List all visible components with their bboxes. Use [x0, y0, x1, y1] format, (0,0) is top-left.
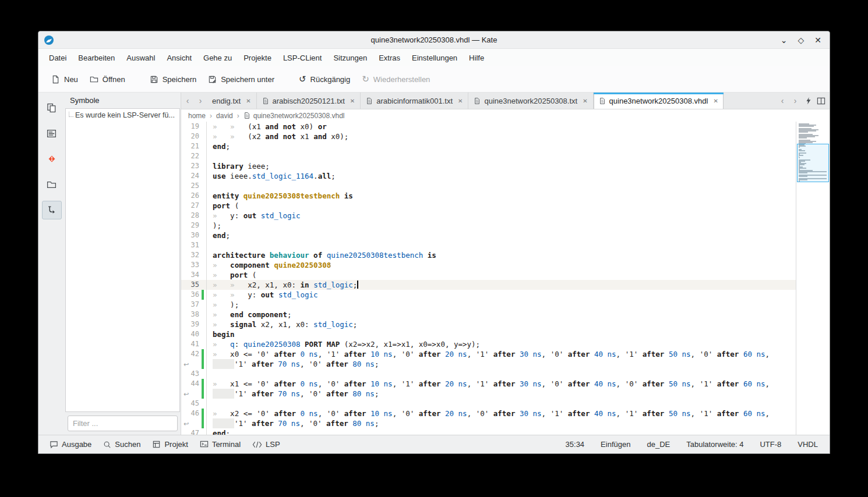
toolview-git-button[interactable]	[42, 150, 62, 168]
code-line-29[interactable]: 29);	[181, 221, 796, 230]
gutter[interactable]: 43	[181, 369, 207, 379]
tab-close-icon[interactable]: ✕	[458, 98, 463, 104]
quick-open-icon[interactable]	[802, 93, 814, 109]
menu-projekte[interactable]: Projekte	[238, 51, 277, 65]
tab-close-icon[interactable]: ✕	[583, 98, 587, 104]
gutter[interactable]: 24	[181, 171, 207, 181]
statusbar-encoding[interactable]: UTF-8	[760, 440, 781, 449]
toolview-documents-button[interactable]	[42, 98, 62, 117]
close-icon[interactable]: ✕	[814, 36, 821, 44]
gutter[interactable]: 42	[181, 349, 207, 359]
code-line-44[interactable]: 44» x1 <= '0' after 0 ns, '0' after 10 n…	[181, 379, 796, 389]
gutter[interactable]: 30	[181, 230, 207, 240]
filter-input[interactable]	[68, 416, 178, 431]
tabs-scroll-left-icon[interactable]: ‹	[181, 93, 194, 109]
split-view-icon[interactable]	[814, 93, 827, 109]
minimap[interactable]	[796, 122, 830, 435]
code-area[interactable]: 19» » (x1 and not x0) or20» » (x2 and no…	[181, 122, 796, 435]
code-line-41[interactable]: 41» q: quine20250308 PORT MAP (x2=>x2, x…	[181, 339, 796, 349]
statusbar-projekt-button[interactable]: Projekt	[147, 438, 193, 451]
minimize-icon[interactable]: ⌄	[781, 36, 788, 44]
tabs-scroll-right-icon[interactable]: ›	[194, 93, 207, 109]
toolview-filesystem-button[interactable]	[42, 175, 62, 194]
menu-bearbeiten[interactable]: Bearbeiten	[72, 51, 121, 65]
gutter[interactable]: 45	[181, 399, 207, 409]
code-line-wrap[interactable]: ↩'1' after 70 ns, '0' after 80 ns;	[181, 389, 796, 399]
maximize-icon[interactable]: ◇	[798, 36, 804, 44]
tab-quine3network20250308-vhdl[interactable]: quine3network20250308.vhdl✕	[594, 93, 724, 109]
tab-arabicinformatik001-txt[interactable]: arabicinformatik001.txt✕	[361, 93, 468, 109]
code-line-40[interactable]: 40begin	[181, 329, 796, 339]
statusbar-syntax-mode[interactable]: VHDL	[798, 440, 818, 449]
code-line-39[interactable]: 39» signal x2, x1, x0: std_logic;	[181, 320, 796, 329]
minimap-viewport[interactable]	[797, 144, 829, 182]
statusbar-terminal-button[interactable]: Terminal	[195, 438, 246, 451]
gutter[interactable]: 34	[181, 270, 207, 280]
gutter[interactable]: 36	[181, 290, 207, 300]
statusbar-insert-mode[interactable]: Einfügen	[601, 440, 630, 449]
code-line-20[interactable]: 20» » (x2 and not x1 and x0);	[181, 132, 796, 141]
gutter[interactable]: ↩	[181, 389, 207, 399]
code-line-28[interactable]: 28» y: out std_logic	[181, 211, 796, 221]
gutter[interactable]: 22	[181, 151, 207, 161]
code-line-31[interactable]: 31	[181, 240, 796, 250]
statusbar-cursor-position[interactable]: 35:34	[566, 440, 585, 449]
code-line-46[interactable]: 46» x2 <= '0' after 0 ns, '0' after 10 n…	[181, 409, 796, 418]
toolbar-rückgängig-button[interactable]: ↺Rückgängig	[293, 71, 356, 88]
code-line-33[interactable]: 33» component quine20250308	[181, 260, 796, 270]
gutter[interactable]: 33	[181, 260, 207, 270]
gutter[interactable]: 41	[181, 339, 207, 349]
menu-datei[interactable]: Datei	[43, 51, 72, 65]
gutter[interactable]: ↩	[181, 359, 207, 369]
gutter[interactable]: 35	[181, 280, 207, 290]
tab-arabisch20250121-txt[interactable]: arabisch20250121.txt✕	[257, 93, 361, 109]
gutter[interactable]: 47	[181, 428, 207, 435]
code-line-37[interactable]: 37» );	[181, 300, 796, 310]
breadcrumb-item-david[interactable]: david	[216, 112, 233, 120]
gutter[interactable]: 37	[181, 300, 207, 310]
menu-gehe-zu[interactable]: Gehe zu	[197, 51, 238, 65]
code-line-32[interactable]: 32architecture behaviour of quine2025030…	[181, 250, 796, 260]
gutter[interactable]: 31	[181, 240, 207, 250]
code-line-42[interactable]: 42» x0 <= '0' after 0 ns, '1' after 10 n…	[181, 349, 796, 359]
symbols-tree[interactable]: Es wurde kein LSP-Server fü...	[65, 108, 180, 412]
menu-auswahl[interactable]: Auswahl	[121, 51, 161, 65]
toolbar-speichern-button[interactable]: Speichern	[144, 71, 203, 88]
gutter[interactable]: 25	[181, 181, 207, 191]
statusbar-suchen-button[interactable]: Suchen	[98, 438, 146, 451]
code-line-35[interactable]: 35» » x2, x1, x0: in std_logic;	[181, 280, 796, 290]
toolbar-speichern-unter-button[interactable]: Speichern unter	[202, 71, 280, 88]
gutter[interactable]: 40	[181, 329, 207, 339]
gutter[interactable]: 23	[181, 161, 207, 171]
titlebar[interactable]: quine3network20250308.vhdl — Kate ⌄ ◇ ✕	[38, 31, 830, 49]
gutter[interactable]: 39	[181, 320, 207, 329]
gutter[interactable]: 21	[181, 141, 207, 151]
menu-lsp-client[interactable]: LSP-CLient	[277, 51, 327, 65]
code-line-22[interactable]: 22	[181, 151, 796, 161]
gutter[interactable]: 38	[181, 310, 207, 320]
gutter[interactable]: 32	[181, 250, 207, 260]
tab-close-icon[interactable]: ✕	[246, 98, 250, 104]
gutter[interactable]: 29	[181, 221, 207, 230]
toolview-outline-button[interactable]	[42, 124, 62, 143]
code-line-34[interactable]: 34» port (	[181, 270, 796, 280]
tab-close-icon[interactable]: ✕	[350, 98, 355, 104]
gutter[interactable]: 19	[181, 122, 207, 132]
code-line-26[interactable]: 26entity quine20250308testbench is	[181, 191, 796, 201]
gutter[interactable]: ↩	[181, 418, 207, 428]
gutter[interactable]: 28	[181, 211, 207, 221]
menu-extras[interactable]: Extras	[373, 51, 406, 65]
code-line-27[interactable]: 27port (	[181, 201, 796, 211]
tab-quine3network20250308-txt[interactable]: quine3network20250308.txt✕	[468, 93, 593, 109]
toolbar-öffnen-button[interactable]: Öffnen	[84, 71, 131, 88]
tab-close-icon[interactable]: ✕	[713, 98, 718, 104]
menu-hilfe[interactable]: Hilfe	[463, 51, 490, 65]
toolbar-neu-button[interactable]: Neu	[45, 71, 84, 88]
code-line-19[interactable]: 19» » (x1 and not x0) or	[181, 122, 796, 132]
code-line-24[interactable]: 24use ieee.std_logic_1164.all;	[181, 171, 796, 181]
code-line-23[interactable]: 23library ieee;	[181, 161, 796, 171]
menu-ansicht[interactable]: Ansicht	[161, 51, 197, 65]
statusbar-dictionary[interactable]: de_DE	[647, 440, 670, 449]
code-line-21[interactable]: 21end;	[181, 141, 796, 151]
statusbar-tab-width[interactable]: Tabulatorweite: 4	[686, 440, 743, 449]
